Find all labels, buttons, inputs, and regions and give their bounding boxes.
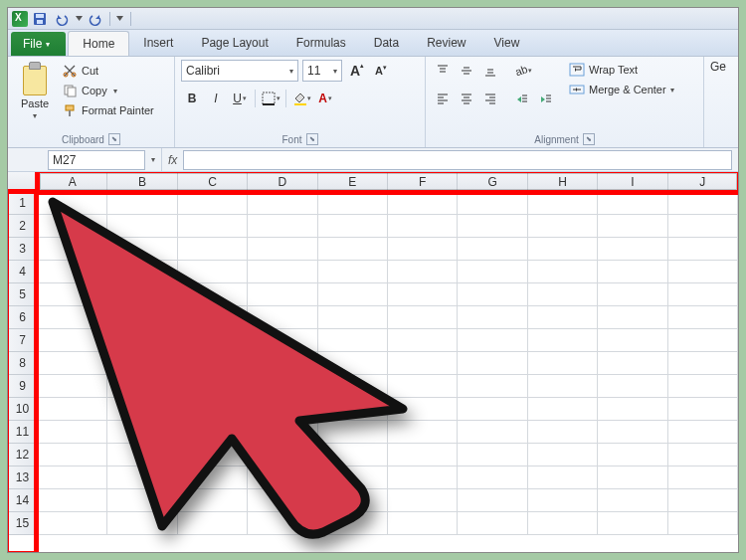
row-header[interactable]: 7: [8, 329, 38, 352]
alignment-dialog-launcher[interactable]: ⬊: [583, 133, 595, 145]
cell[interactable]: [248, 398, 317, 421]
cell[interactable]: [458, 512, 527, 535]
cell[interactable]: [388, 398, 458, 421]
cell[interactable]: [248, 283, 317, 306]
column-header[interactable]: B: [107, 172, 177, 192]
borders-button[interactable]: ▾: [260, 88, 281, 109]
cell[interactable]: [178, 375, 248, 398]
cell[interactable]: [38, 352, 107, 375]
cell[interactable]: [388, 261, 458, 283]
qat-redo-button[interactable]: [86, 10, 105, 28]
cell[interactable]: [598, 261, 667, 283]
cell[interactable]: [178, 261, 248, 283]
cell[interactable]: [38, 306, 107, 329]
cell[interactable]: [248, 352, 317, 375]
cell[interactable]: [38, 512, 107, 535]
cell[interactable]: [598, 306, 667, 329]
row-header[interactable]: 10: [8, 398, 38, 421]
row-header[interactable]: 3: [8, 238, 38, 261]
grow-font-button[interactable]: A▴: [346, 60, 368, 82]
cell[interactable]: [668, 192, 738, 215]
cell[interactable]: [178, 467, 248, 489]
cell[interactable]: [248, 261, 317, 283]
cell[interactable]: [388, 215, 458, 238]
file-tab[interactable]: File ▾: [11, 32, 66, 56]
paste-button[interactable]: Paste ▾: [14, 60, 56, 131]
cell[interactable]: [668, 444, 738, 467]
cell[interactable]: [668, 215, 738, 238]
cell[interactable]: [598, 512, 667, 535]
cell[interactable]: [528, 238, 598, 261]
tab-view[interactable]: View: [480, 31, 534, 56]
cell[interactable]: [388, 352, 458, 375]
cell[interactable]: [388, 192, 458, 215]
cell[interactable]: [598, 444, 667, 467]
cell[interactable]: [38, 238, 107, 261]
font-size-combo[interactable]: 11▾: [302, 60, 342, 82]
cell[interactable]: [668, 375, 738, 398]
format-painter-button[interactable]: Format Painter: [60, 101, 156, 119]
cell[interactable]: [248, 238, 317, 261]
cell[interactable]: [178, 283, 248, 306]
tab-insert[interactable]: Insert: [129, 31, 187, 56]
cell[interactable]: [178, 192, 248, 215]
cell[interactable]: [598, 238, 667, 261]
cell[interactable]: [458, 375, 527, 398]
italic-button[interactable]: I: [205, 88, 227, 109]
cell[interactable]: [598, 398, 667, 421]
cell[interactable]: [598, 489, 667, 512]
cell[interactable]: [528, 444, 598, 467]
cell[interactable]: [318, 444, 388, 467]
row-header[interactable]: 2: [8, 215, 38, 238]
cell[interactable]: [107, 192, 177, 215]
row-header[interactable]: 13: [8, 467, 38, 489]
tab-review[interactable]: Review: [413, 31, 479, 56]
cell[interactable]: [458, 421, 527, 444]
cell[interactable]: [318, 192, 388, 215]
cell[interactable]: [107, 512, 177, 535]
spreadsheet-grid[interactable]: ABCDEFGHIJ 123456789101112131415: [8, 172, 738, 552]
column-header[interactable]: I: [598, 172, 667, 192]
cell[interactable]: [318, 215, 388, 238]
row-header[interactable]: 8: [8, 352, 38, 375]
cell[interactable]: [458, 329, 527, 352]
cell[interactable]: [248, 421, 317, 444]
cell[interactable]: [528, 489, 598, 512]
name-box-dropdown[interactable]: ▾: [145, 155, 161, 164]
qat-undo-button[interactable]: [52, 10, 72, 28]
clipboard-dialog-launcher[interactable]: ⬊: [108, 133, 120, 145]
cell[interactable]: [668, 238, 738, 261]
cell[interactable]: [458, 283, 527, 306]
font-dialog-launcher[interactable]: ⬊: [306, 133, 318, 145]
row-header[interactable]: 11: [8, 421, 38, 444]
row-header[interactable]: 9: [8, 375, 38, 398]
cell[interactable]: [248, 467, 317, 489]
tab-home[interactable]: Home: [68, 31, 129, 56]
cell[interactable]: [458, 261, 527, 283]
increase-indent-button[interactable]: [535, 88, 557, 109]
cell[interactable]: [668, 467, 738, 489]
cell[interactable]: [528, 329, 598, 352]
cell[interactable]: [528, 421, 598, 444]
cell[interactable]: [528, 215, 598, 238]
cell[interactable]: [107, 306, 177, 329]
tab-page-layout[interactable]: Page Layout: [187, 31, 281, 56]
row-header[interactable]: 6: [8, 306, 38, 329]
cell[interactable]: [318, 375, 388, 398]
cell[interactable]: [107, 398, 177, 421]
cell[interactable]: [318, 261, 388, 283]
cell[interactable]: [458, 489, 527, 512]
cut-button[interactable]: Cut: [60, 62, 156, 80]
cell[interactable]: [388, 306, 458, 329]
cell[interactable]: [318, 512, 388, 535]
cell[interactable]: [668, 421, 738, 444]
cell[interactable]: [107, 444, 177, 467]
cell[interactable]: [248, 329, 317, 352]
column-header[interactable]: J: [668, 172, 738, 192]
cell[interactable]: [668, 283, 738, 306]
fx-icon[interactable]: fx: [168, 153, 177, 167]
cell[interactable]: [458, 306, 527, 329]
cell[interactable]: [598, 421, 667, 444]
cell[interactable]: [668, 352, 738, 375]
cell[interactable]: [38, 329, 107, 352]
